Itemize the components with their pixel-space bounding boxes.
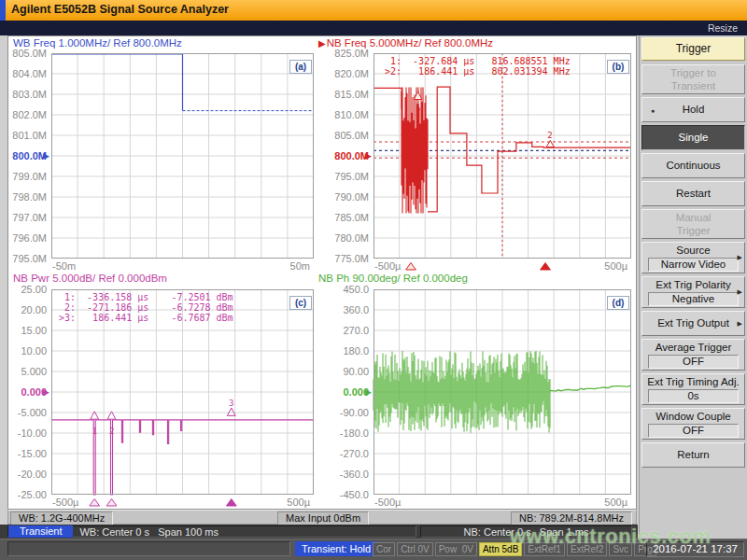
softkey-average-trigger[interactable]: Average TriggerOFF [641,339,745,371]
radio-dot-icon: ● [651,106,655,113]
y-tick-label: 10.00 [2,345,47,357]
menu-title-trigger[interactable]: Trigger [641,37,745,61]
y-tick-label: 15.00 [2,325,47,336]
y-tick-label: 780.0M [324,232,369,244]
y-tick-label: -450.0 [324,489,369,500]
clock: 2016-07-21 17:37 [646,541,744,557]
softkey-label: Return [642,449,744,461]
y-tick-label: 820.0M [324,68,369,79]
y-tick-label: -90.00 [324,407,369,418]
softkey-value: 0s [648,389,740,403]
y-tick-label: 795.0M [2,253,47,264]
softkey-window-couple[interactable]: Window CoupleOFF [641,408,745,440]
softkey-label: Source [642,245,744,257]
resize-button[interactable]: Resize [708,22,738,34]
softkey-menu: Trigger Trigger toTransientHold●SingleCo… [639,35,747,539]
y-tick-label: 804.0M [2,68,47,79]
plot-b: 12 [374,53,631,273]
softkey-label: Manual [642,212,744,224]
softkey-value: Narrow Video [648,258,740,272]
svg-text:1: 1 [416,103,420,112]
y-tick-label: 805.0M [324,130,369,141]
window-titlebar: Agilent E5052B Signal Source Analyzer [0,0,747,21]
y-tick-label: 795.0M [324,171,369,182]
y-tick-label: 270.0 [324,325,369,336]
panel-corner-label: (d) [607,296,629,310]
reference-level-arrow-icon: ▶ [43,151,49,161]
range-bar: WB: 1.2G-400MHz Max Input 0dBm NB: 789.2… [7,510,637,525]
marker-readout-line: 2: -271.186 µs -6.7278 dBm [59,302,233,313]
softkey-source[interactable]: SourceNarrow Video▶ [641,242,745,273]
y-tick-label: 360.0 [324,304,369,315]
y-tick-label: 803.0M [2,89,47,100]
softkey-label: Ext Trig Polarity [642,279,744,291]
y-tick-label: -270.0 [324,448,369,459]
submenu-arrow-icon: ▶ [738,288,742,296]
softkey-label: Ext Trig Output [642,317,744,329]
message-area [7,541,290,556]
softkey-label: Trigger to [642,67,744,79]
y-tick-label: 775.0M [324,253,369,264]
plot-d [374,289,631,510]
marker-readout-line: 1: -336.158 µs -7.2501 dBm [59,292,233,302]
marker-readout-line: >3: 186.441 µs -6.7687 dBm [59,313,233,323]
softkey-trigger-to-transient[interactable]: Trigger toTransient [641,64,745,94]
menu-strip: Resize [0,21,747,35]
softkey-hold[interactable]: Hold● [641,97,745,122]
status-bar: Transient: Hold CorCtrl 0VPow 0VAttn 5dB… [0,539,747,560]
softkey-label: Hold [642,104,744,116]
panel-title-text: NB Pwr 5.000dB/ Ref 0.000dBm [13,273,167,284]
softkey-list: Trigger toTransientHold●SingleContinuous… [640,64,747,468]
softkey-ext-trig-polarity[interactable]: Ext Trig PolarityNegative▶ [641,276,745,308]
softkey-label: Transient [642,80,744,92]
y-tick-label: 25.00 [2,284,47,295]
y-tick-label: -20.00 [2,469,47,480]
panel-corner-label: (b) [607,60,629,74]
panel-corner-label: (a) [289,60,312,74]
softkey-ext-trig-output[interactable]: Ext Trig Output▶ [641,311,745,336]
softkey-label: Single [642,132,744,144]
softkey-value: OFF [648,355,740,369]
softkey-continuous[interactable]: Continuous [641,153,745,178]
softkey-restart[interactable]: Restart [641,181,745,206]
status-cell-pow-0v: Pow 0V [435,542,477,556]
softkey-single[interactable]: Single [641,125,745,150]
y-tick-label: 815.0M [324,89,369,100]
status-cell-ctrl-0v: Ctrl 0V [397,542,433,556]
reference-level-arrow-icon: ▶ [365,387,372,397]
softkey-label: Window Couple [642,411,744,423]
plot-a [51,53,314,273]
y-tick-label: 825.0M [324,48,369,59]
y-tick-label: 0.000 [2,386,47,398]
wb-sweep-text: WB: Center 0 s Span 100 ms [79,526,218,538]
marker-readout-line: >2: 186.441 µs 802.031394 MHz [385,66,571,77]
sweep-bar: Transient WB: Center 0 s Span 100 ms NB:… [0,525,638,539]
panel-title-text: NB Ph 90.00deg/ Ref 0.000deg [318,273,468,284]
softkey-value: OFF [648,424,740,438]
status-cell-svc: Svc [609,542,632,556]
status-cell-attn-5db: Attn 5dB [479,542,522,556]
y-tick-label: 802.0M [2,109,47,120]
y-tick-label: 805.0M [2,48,47,59]
y-tick-label: 799.0M [2,171,47,182]
marker-readout-b: 1: -327.684 µs 816.688551 MHz>2: 186.441… [385,56,571,77]
nb-sweep-text: NB: Center 0 s Span 1 ms [464,526,589,538]
mode-chip: Transient [8,525,73,538]
softkey-manual-trigger[interactable]: ManualTrigger [641,209,745,239]
y-tick-label: 180.0 [324,345,369,357]
softkey-ext-trig-timing-adj[interactable]: Ext Trig Timing Adj.0s [641,373,745,405]
y-tick-label: -5.000 [2,407,47,418]
reference-level-arrow-icon: ▶ [365,151,372,161]
y-tick-label: -360.0 [324,469,369,480]
y-tick-label: 810.0M [324,109,369,120]
marker-readout-c: 1: -336.158 µs -7.2501 dBm 2: -271.186 µ… [59,292,233,323]
y-tick-label: 785.0M [324,212,369,223]
y-tick-label: 801.0M [2,130,47,141]
softkey-return[interactable]: Return [641,442,745,468]
wb-sweep-segment: Transient WB: Center 0 s Span 100 ms [7,525,416,538]
y-tick-label: 796.0M [2,232,47,244]
y-tick-label: 20.00 [2,304,47,315]
svg-text:2: 2 [109,427,114,436]
status-cells: CorCtrl 0VPow 0VAttn 5dBExtRef1ExtRef2Sv… [373,542,656,556]
submenu-arrow-icon: ▶ [738,320,742,328]
